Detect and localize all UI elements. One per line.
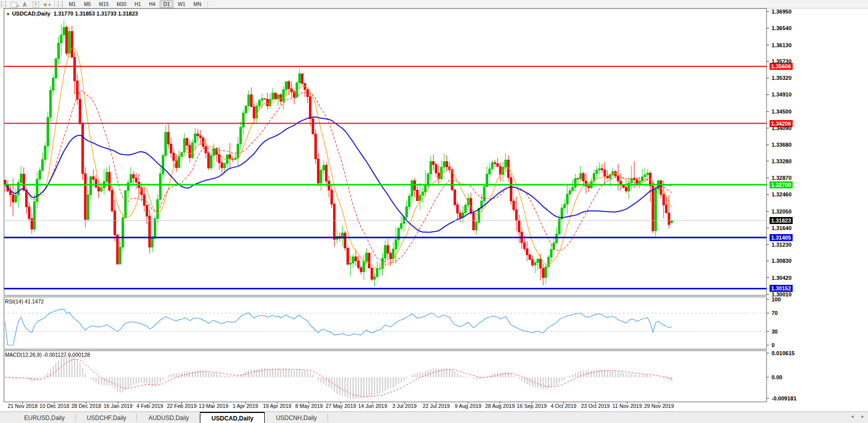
chart-canvas[interactable]	[0, 0, 868, 423]
tab-usdcad[interactable]: USDCAD,Daily	[200, 412, 265, 423]
tab-scroll-left-icon[interactable]: ◄	[850, 414, 854, 419]
tab-scrollbar: ◄ ►	[850, 414, 865, 419]
tabs-container: EURUSD,DailyUSDCHF,DailyAUDUSD,DailyUSDC…	[13, 412, 328, 423]
tab-usdcnh[interactable]: USDCNH,Daily	[265, 412, 328, 423]
tabbar-pad	[0, 412, 13, 423]
tab-usdchf[interactable]: USDCHF,Daily	[76, 412, 138, 423]
symbol-tab-bar: EURUSD,DailyUSDCHF,DailyAUDUSD,DailyUSDC…	[0, 411, 868, 423]
tab-separator	[328, 414, 328, 421]
tab-eurusd[interactable]: EURUSD,Daily	[13, 412, 76, 423]
tab-scroll-right-icon[interactable]: ►	[860, 414, 865, 419]
mt4-window: F A T ❖▾ M1M5M15M30H1H4D1W1MN ▼USDCAD,Da…	[0, 0, 868, 423]
tab-audusd[interactable]: AUDUSD,Daily	[137, 412, 200, 423]
